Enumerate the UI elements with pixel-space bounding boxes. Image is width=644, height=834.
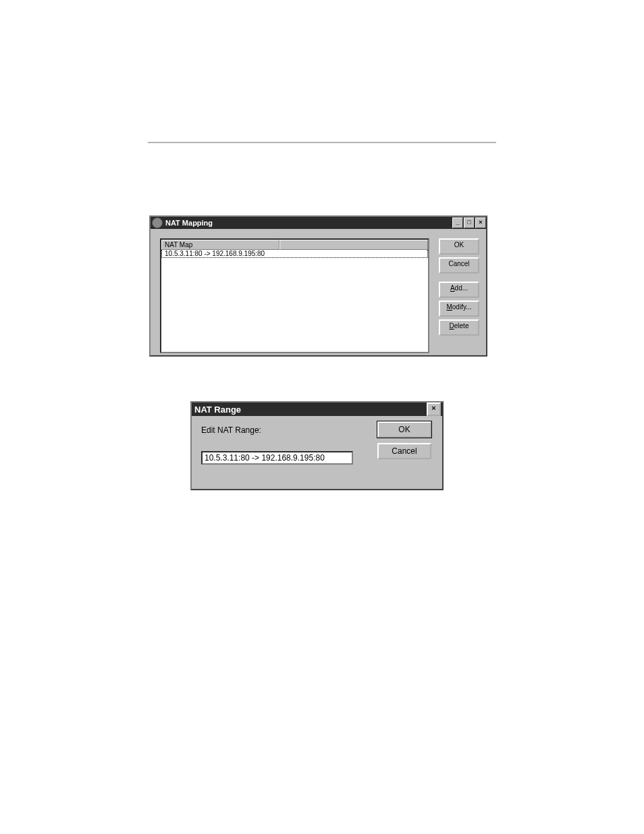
delete-button[interactable]: Delete — [439, 319, 479, 336]
ok-button[interactable]: OK — [439, 238, 479, 255]
cancel-button[interactable]: Cancel — [439, 257, 479, 273]
window-title: NAT Range — [194, 405, 241, 415]
cancel-button[interactable]: Cancel — [377, 443, 431, 459]
column-header-empty[interactable] — [279, 240, 428, 250]
close-icon[interactable]: × — [475, 217, 486, 228]
maximize-icon[interactable]: □ — [464, 217, 475, 228]
titlebar[interactable]: NAT Mapping _ □ × — [151, 217, 486, 229]
nat-mapping-dialog: NAT Mapping _ □ × NAT Map 10.5.3.11:80 -… — [149, 215, 487, 357]
nat-map-list[interactable]: NAT Map 10.5.3.11:80 -> 192.168.9.195:80 — [160, 238, 429, 353]
add-button[interactable]: Add... — [439, 282, 479, 298]
list-item[interactable]: 10.5.3.11:80 -> 192.168.9.195:80 — [161, 250, 428, 258]
close-icon[interactable]: × — [427, 402, 441, 416]
nat-range-input[interactable] — [201, 451, 353, 465]
window-title: NAT Mapping — [165, 219, 213, 227]
page-divider — [148, 142, 496, 143]
ok-button[interactable]: OK — [377, 421, 431, 438]
globe-icon — [152, 217, 163, 228]
titlebar[interactable]: NAT Range × — [192, 402, 442, 416]
modify-button[interactable]: Modify... — [439, 301, 479, 317]
column-header-natmap[interactable]: NAT Map — [161, 240, 279, 250]
minimize-icon[interactable]: _ — [452, 217, 463, 228]
nat-range-dialog: NAT Range × Edit NAT Range: OK Cancel — [190, 401, 444, 490]
